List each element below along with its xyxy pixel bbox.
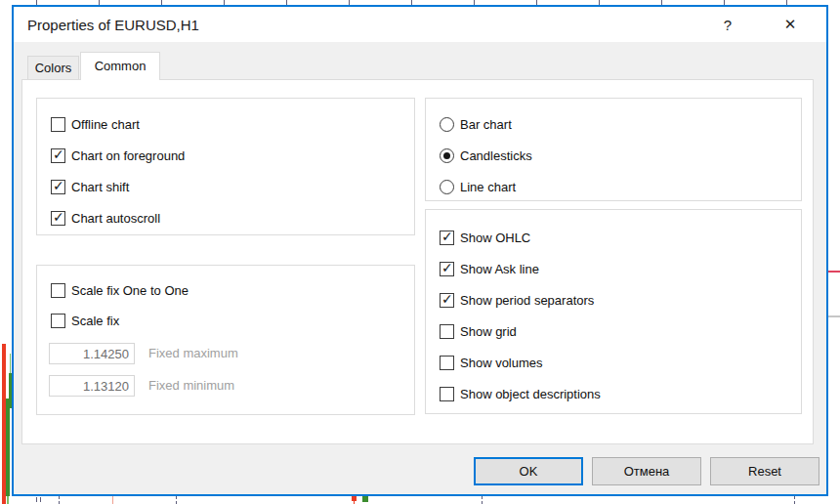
checkbox-label: Chart shift <box>71 180 129 194</box>
checkbox-box[interactable] <box>51 180 65 194</box>
ask-line <box>828 271 840 273</box>
checkbox-show-object-descriptions[interactable]: Show object descriptions <box>440 386 601 402</box>
checkbox-scale-fix[interactable]: Scale fix <box>51 313 119 329</box>
checkbox-show-ask-line[interactable]: Show Ask line <box>440 261 539 277</box>
candlestick-up <box>6 399 10 496</box>
cancel-button[interactable]: Отмена <box>592 457 701 485</box>
checkbox-box[interactable] <box>51 314 65 328</box>
radio-candlesticks[interactable]: Candlesticks <box>440 147 532 164</box>
checkbox-show-volumes[interactable]: Show volumes <box>440 355 543 371</box>
fixed-maximum-input <box>49 343 135 364</box>
checkbox-label: Show Ask line <box>460 262 539 276</box>
checkbox-chart-shift[interactable]: Chart shift <box>51 179 129 195</box>
checkbox-offline-chart[interactable]: Offline chart <box>51 116 140 133</box>
properties-dialog: Properties of EURUSD,H1 ? ✕ Colors Commo… <box>12 5 828 496</box>
radio-label: Candlesticks <box>460 148 532 163</box>
period-separator <box>36 497 37 502</box>
fixed-maximum-label: Fixed maximum <box>148 343 238 364</box>
checkbox-box[interactable] <box>440 356 454 370</box>
candle-wick <box>10 354 11 373</box>
checkbox-label: Scale fix One to One <box>71 283 189 298</box>
checkbox-box[interactable] <box>51 148 65 163</box>
candle-wick <box>7 496 9 504</box>
fixed-minimum-label: Fixed minimum <box>148 375 234 397</box>
period-separator <box>176 496 177 504</box>
period-separator <box>40 497 41 502</box>
checkbox-box[interactable] <box>440 262 454 276</box>
checkbox-box[interactable] <box>51 211 65 226</box>
checkbox-label: Scale fix <box>71 314 119 328</box>
checkbox-chart-on-foreground[interactable]: Chart on foreground <box>51 147 185 164</box>
group-scale: Scale fix One to One Scale fix Fixed max… <box>36 265 415 415</box>
close-button[interactable]: ✕ <box>781 16 799 33</box>
checkbox-label: Show OHLC <box>460 231 530 245</box>
radio-button[interactable] <box>440 180 454 194</box>
group-show-options: Show OHLC Show Ask line Show period sepa… <box>425 209 802 414</box>
checkbox-show-ohlc[interactable]: Show OHLC <box>440 230 530 246</box>
group-chart-options: Offline chart Chart on foreground Chart … <box>36 98 415 235</box>
checkbox-label: Show grid <box>460 324 517 339</box>
radio-button[interactable] <box>440 117 454 132</box>
checkbox-box[interactable] <box>440 387 454 401</box>
tab-common[interactable]: Common <box>80 52 160 80</box>
checkbox-box[interactable] <box>51 117 65 132</box>
checkbox-scale-fix-one-to-one[interactable]: Scale fix One to One <box>51 282 189 299</box>
radio-line-chart[interactable]: Line chart <box>440 179 516 195</box>
screen: Properties of EURUSD,H1 ? ✕ Colors Commo… <box>0 0 840 504</box>
ok-button[interactable]: OK <box>474 457 583 485</box>
dialog-footer: OK Отмена Reset <box>474 457 819 485</box>
checkbox-label: Show object descriptions <box>460 387 601 401</box>
checkbox-label: Show period separators <box>460 293 594 308</box>
checkbox-box[interactable] <box>440 293 454 308</box>
reset-button[interactable]: Reset <box>710 457 819 485</box>
candlestick-up <box>362 496 368 502</box>
checkbox-label: Chart on foreground <box>71 148 185 163</box>
radio-label: Bar chart <box>460 117 512 132</box>
dialog-title: Properties of EURUSD,H1 <box>14 17 199 33</box>
checkbox-label: Show volumes <box>460 356 543 370</box>
title-bar[interactable]: Properties of EURUSD,H1 ? ✕ <box>14 7 826 42</box>
radio-button[interactable] <box>440 148 454 163</box>
candle-wick <box>112 496 113 504</box>
checkbox-box[interactable] <box>440 324 454 339</box>
tab-page-common: Offline chart Chart on foreground Chart … <box>21 79 814 444</box>
checkbox-label: Offline chart <box>71 117 140 132</box>
checkbox-box[interactable] <box>51 283 65 298</box>
checkbox-show-period-separators[interactable]: Show period separators <box>440 292 594 309</box>
group-chart-type: Bar chart Candlesticks Line chart <box>425 98 802 201</box>
checkbox-box[interactable] <box>440 231 454 245</box>
checkbox-chart-autoscroll[interactable]: Chart autoscroll <box>51 210 160 227</box>
bid-line <box>828 315 840 317</box>
checkbox-show-grid[interactable]: Show grid <box>440 323 517 340</box>
period-separator <box>59 496 60 504</box>
help-button[interactable]: ? <box>719 17 736 33</box>
title-controls: ? ✕ <box>719 7 799 42</box>
checkbox-label: Chart autoscroll <box>71 211 160 226</box>
radio-label: Line chart <box>460 180 516 194</box>
radio-bar-chart[interactable]: Bar chart <box>440 116 512 133</box>
tab-colors[interactable]: Colors <box>27 56 79 80</box>
period-separator <box>482 496 483 504</box>
fixed-minimum-input <box>49 375 135 397</box>
period-separator <box>794 496 795 504</box>
